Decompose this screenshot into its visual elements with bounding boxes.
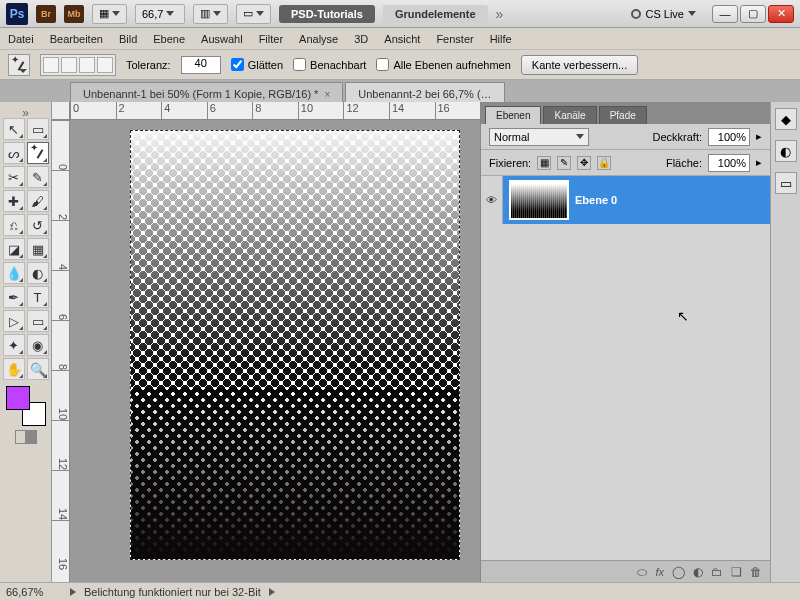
hand-tool-icon[interactable]: ✋	[3, 358, 25, 380]
all-layers-checkbox-input[interactable]	[376, 58, 389, 71]
tab-ebenen[interactable]: Ebenen	[485, 106, 541, 124]
contiguous-checkbox-input[interactable]	[293, 58, 306, 71]
layer-fx-icon[interactable]: fx	[655, 565, 664, 579]
eyedropper-tool-icon[interactable]: ✎	[27, 166, 49, 188]
view-extras-dropdown[interactable]: ▭	[236, 4, 271, 24]
view-arrange-dropdown[interactable]: ▥	[193, 4, 228, 24]
history-brush-tool-icon[interactable]: ↺	[27, 214, 49, 236]
cs-live-button[interactable]: CS Live	[631, 8, 696, 20]
menu-fenster[interactable]: Fenster	[436, 33, 473, 45]
play-icon[interactable]	[269, 588, 275, 596]
tab-kanaele[interactable]: Kanäle	[543, 106, 596, 124]
layer-name-label[interactable]: Ebene 0	[575, 194, 617, 206]
move-tool-icon[interactable]: ↖	[3, 118, 25, 140]
adjustments-panel-icon[interactable]: ◐	[775, 140, 797, 162]
fill-flyout-icon[interactable]: ▸	[756, 156, 762, 169]
menu-filter[interactable]: Filter	[259, 33, 283, 45]
menu-bearbeiten[interactable]: Bearbeiten	[50, 33, 103, 45]
vertical-ruler[interactable]: 0 2 4 6 8 10 12 14 16	[52, 120, 70, 582]
menu-bild[interactable]: Bild	[119, 33, 137, 45]
menu-3d[interactable]: 3D	[354, 33, 368, 45]
magic-wand-tool-icon[interactable]	[27, 142, 49, 164]
adjustment-layer-icon[interactable]: ◐	[693, 565, 703, 579]
menu-hilfe[interactable]: Hilfe	[490, 33, 512, 45]
blur-tool-icon[interactable]: 💧	[3, 262, 25, 284]
marquee-tool-icon[interactable]: ▭	[27, 118, 49, 140]
double-chevron-right-icon[interactable]: »	[496, 6, 504, 22]
workspace-psd-tutorials[interactable]: PSD-Tutorials	[279, 5, 375, 23]
lasso-tool-icon[interactable]: ᔕ	[3, 142, 25, 164]
new-layer-icon[interactable]: ❏	[731, 565, 742, 579]
layer-list[interactable]: 👁 Ebene 0 ↖	[481, 176, 770, 560]
crop-tool-icon[interactable]: ✂	[3, 166, 25, 188]
antialias-checkbox-input[interactable]	[231, 58, 244, 71]
play-icon[interactable]	[70, 588, 76, 596]
lock-pixels-icon[interactable]: ✎	[557, 156, 571, 170]
shape-tool-icon[interactable]: ▭	[27, 310, 49, 332]
selection-new-icon[interactable]	[43, 57, 59, 73]
3d-tool-icon[interactable]: ✦	[3, 334, 25, 356]
new-group-icon[interactable]: 🗀	[711, 565, 723, 579]
foreground-color-swatch[interactable]	[6, 386, 30, 410]
zoom-tool-icon[interactable]: 🔍	[27, 358, 49, 380]
tab-pfade[interactable]: Pfade	[599, 106, 647, 124]
menu-ebene[interactable]: Ebene	[153, 33, 185, 45]
tolerance-input[interactable]: 40	[181, 56, 221, 74]
menu-datei[interactable]: Datei	[8, 33, 34, 45]
document-tab-2[interactable]: Unbenannt-2 bei 66,7% (…	[345, 82, 504, 102]
type-tool-icon[interactable]: T	[27, 286, 49, 308]
opacity-flyout-icon[interactable]: ▸	[756, 130, 762, 143]
add-mask-icon[interactable]: ◯	[672, 565, 685, 579]
collapse-toolbox-icon[interactable]: »	[2, 106, 49, 118]
menu-auswahl[interactable]: Auswahl	[201, 33, 243, 45]
color-swatches[interactable]	[6, 386, 46, 426]
path-select-tool-icon[interactable]: ▷	[3, 310, 25, 332]
clone-stamp-tool-icon[interactable]: ⎌	[3, 214, 25, 236]
contiguous-checkbox[interactable]: Benachbart	[293, 58, 366, 71]
screen-mode-dropdown[interactable]: ▦	[92, 4, 127, 24]
selection-add-icon[interactable]	[61, 57, 77, 73]
close-icon[interactable]: ×	[324, 89, 330, 100]
quickmask-toggle[interactable]	[15, 430, 37, 444]
healing-brush-tool-icon[interactable]: ✚	[3, 190, 25, 212]
status-zoom-value[interactable]: 66,67%	[6, 586, 62, 598]
refine-edge-button[interactable]: Kante verbessern...	[521, 55, 638, 75]
link-layers-icon[interactable]: ⬭	[637, 565, 647, 579]
menu-analyse[interactable]: Analyse	[299, 33, 338, 45]
lock-all-icon[interactable]: 🔒	[597, 156, 611, 170]
paths-panel-icon[interactable]: ▭	[775, 172, 797, 194]
delete-layer-icon[interactable]: 🗑	[750, 565, 762, 579]
lock-position-icon[interactable]: ✥	[577, 156, 591, 170]
window-minimize-button[interactable]: —	[712, 5, 738, 23]
gradient-tool-icon[interactable]: ▦	[27, 238, 49, 260]
window-maximize-button[interactable]: ▢	[740, 5, 766, 23]
zoom-preset-dropdown[interactable]: 66,7	[135, 4, 185, 24]
workspace-grundelemente[interactable]: Grundelemente	[383, 5, 488, 23]
antialias-checkbox[interactable]: Glätten	[231, 58, 283, 71]
pen-tool-icon[interactable]: ✒	[3, 286, 25, 308]
window-close-button[interactable]: ✕	[768, 5, 794, 23]
all-layers-checkbox[interactable]: Alle Ebenen aufnehmen	[376, 58, 510, 71]
opacity-input[interactable]: 100%	[708, 128, 750, 146]
selection-intersect-icon[interactable]	[97, 57, 113, 73]
current-tool-magic-wand-icon[interactable]	[8, 54, 30, 76]
document-canvas[interactable]	[130, 130, 460, 560]
layers-panel-icon[interactable]: ◆	[775, 108, 797, 130]
dodge-tool-icon[interactable]: ◐	[27, 262, 49, 284]
layer-row[interactable]: 👁 Ebene 0	[481, 176, 770, 224]
document-tab-1[interactable]: Unbenannt-1 bei 50% (Form 1 Kopie, RGB/1…	[70, 82, 343, 102]
menu-ansicht[interactable]: Ansicht	[384, 33, 420, 45]
layer-thumbnail[interactable]	[509, 180, 569, 220]
bridge-icon[interactable]: Br	[36, 5, 56, 23]
brush-tool-icon[interactable]: 🖌	[27, 190, 49, 212]
selection-subtract-icon[interactable]	[79, 57, 95, 73]
ruler-origin[interactable]	[52, 102, 70, 120]
3d-camera-tool-icon[interactable]: ◉	[27, 334, 49, 356]
blend-mode-dropdown[interactable]: Normal	[489, 128, 589, 146]
eraser-tool-icon[interactable]: ◪	[3, 238, 25, 260]
horizontal-ruler[interactable]: 0 2 4 6 8 10 12 14 16	[70, 102, 480, 120]
minibridge-icon[interactable]: Mb	[64, 5, 84, 23]
layer-visibility-eye-icon[interactable]: 👁	[481, 176, 503, 224]
fill-input[interactable]: 100%	[708, 154, 750, 172]
lock-transparency-icon[interactable]: ▦	[537, 156, 551, 170]
